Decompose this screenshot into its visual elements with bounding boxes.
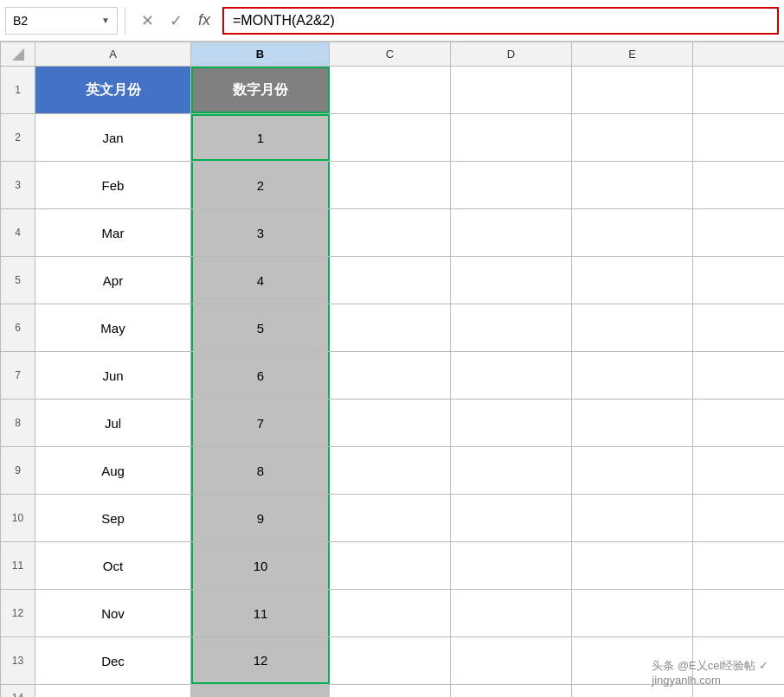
cell-a2[interactable]: Jan xyxy=(35,114,191,161)
cell-e10[interactable] xyxy=(572,495,693,541)
cell-d14[interactable] xyxy=(451,685,572,697)
cell-d2[interactable] xyxy=(451,114,572,161)
table-row: 9 Aug 8 xyxy=(1,447,784,495)
cancel-icon[interactable]: ✕ xyxy=(141,11,154,30)
cell-b9[interactable]: 8 xyxy=(191,447,330,494)
table-row: 2 Jan 1 xyxy=(1,114,784,162)
cell-c7[interactable] xyxy=(330,352,451,399)
cell-e6[interactable] xyxy=(572,304,693,351)
table-row: 6 May 5 xyxy=(1,304,784,352)
cell-b1[interactable]: 数字月份 xyxy=(191,67,330,113)
row-number: 14 xyxy=(1,685,35,697)
cell-e7[interactable] xyxy=(572,352,693,399)
cell-c3[interactable] xyxy=(330,162,451,208)
table-row: 10 Sep 9 xyxy=(1,495,784,542)
cell-e2[interactable] xyxy=(572,114,693,161)
cell-c5[interactable] xyxy=(330,257,451,304)
cell-b12[interactable]: 11 xyxy=(191,590,330,636)
spreadsheet-grid: A B C D E 1 英文月份 数字月份 2 Jan 1 3 Feb xyxy=(1,42,784,697)
cell-c14[interactable] xyxy=(330,685,451,697)
cell-b13[interactable]: 12 xyxy=(191,637,330,684)
cell-d3[interactable] xyxy=(451,162,572,208)
cell-d12[interactable] xyxy=(451,590,572,636)
cell-b5[interactable]: 4 xyxy=(191,257,330,304)
cell-c4[interactable] xyxy=(330,209,451,256)
cell-b6[interactable]: 5 xyxy=(191,304,330,351)
cell-a12[interactable]: Nov xyxy=(35,590,191,636)
table-row: 14 xyxy=(1,685,784,697)
cell-a9[interactable]: Aug xyxy=(35,447,191,494)
table-row: 1 英文月份 数字月份 xyxy=(1,67,784,114)
cell-e14[interactable] xyxy=(572,685,693,697)
col-header-a[interactable]: A xyxy=(35,42,191,66)
cell-e8[interactable] xyxy=(572,400,693,446)
formula-input[interactable]: =MONTH(A2&2) xyxy=(222,7,779,35)
cell-d4[interactable] xyxy=(451,209,572,256)
select-all-icon[interactable] xyxy=(12,48,24,61)
column-headers: A B C D E xyxy=(1,42,784,67)
cell-e9[interactable] xyxy=(572,447,693,494)
cell-c1[interactable] xyxy=(330,67,451,113)
cell-d6[interactable] xyxy=(451,304,572,351)
cell-a6[interactable]: May xyxy=(35,304,191,351)
cell-e5[interactable] xyxy=(572,257,693,304)
cell-c12[interactable] xyxy=(330,590,451,636)
formula-bar: B2 ▼ ✕ ✓ fx =MONTH(A2&2) xyxy=(0,0,784,42)
col-header-e[interactable]: E xyxy=(572,42,693,66)
cell-e4[interactable] xyxy=(572,209,693,256)
cell-d5[interactable] xyxy=(451,257,572,304)
cell-b3[interactable]: 2 xyxy=(191,162,330,208)
cell-c8[interactable] xyxy=(330,400,451,446)
col-header-d[interactable]: D xyxy=(451,42,572,66)
cell-reference-text: B2 xyxy=(13,14,96,28)
spreadsheet: A B C D E 1 英文月份 数字月份 2 Jan 1 3 Feb xyxy=(0,42,784,697)
formula-bar-separator xyxy=(125,7,125,35)
cell-d11[interactable] xyxy=(451,542,572,589)
cell-c9[interactable] xyxy=(330,447,451,494)
row-number: 12 xyxy=(1,590,35,636)
cell-reference-box[interactable]: B2 ▼ xyxy=(5,7,118,35)
cell-c6[interactable] xyxy=(330,304,451,351)
cell-b14[interactable] xyxy=(191,685,330,697)
cell-e1[interactable] xyxy=(572,67,693,113)
cell-b4[interactable]: 3 xyxy=(191,209,330,256)
cell-e11[interactable] xyxy=(572,542,693,589)
cell-d8[interactable] xyxy=(451,400,572,446)
cell-c11[interactable] xyxy=(330,542,451,589)
cell-c2[interactable] xyxy=(330,114,451,161)
row-number: 3 xyxy=(1,162,35,208)
cell-e12[interactable] xyxy=(572,590,693,636)
confirm-icon[interactable]: ✓ xyxy=(170,11,183,30)
cell-a1[interactable]: 英文月份 xyxy=(35,67,191,113)
cell-a7[interactable]: Jun xyxy=(35,352,191,399)
cell-b2[interactable]: 1 xyxy=(191,114,330,161)
col-header-b[interactable]: B xyxy=(191,42,330,66)
table-row: 5 Apr 4 xyxy=(1,257,784,304)
col-header-c[interactable]: C xyxy=(330,42,451,66)
row-number: 8 xyxy=(1,400,35,446)
fx-icon[interactable]: fx xyxy=(198,11,210,29)
cell-e3[interactable] xyxy=(572,162,693,208)
cell-a3[interactable]: Feb xyxy=(35,162,191,208)
cell-c13[interactable] xyxy=(330,637,451,684)
cell-d1[interactable] xyxy=(451,67,572,113)
cell-a10[interactable]: Sep xyxy=(35,495,191,541)
cell-a8[interactable]: Jul xyxy=(35,400,191,446)
cell-b7[interactable]: 6 xyxy=(191,352,330,399)
cell-a13[interactable]: Dec xyxy=(35,637,191,684)
cell-d9[interactable] xyxy=(451,447,572,494)
cell-a4[interactable]: Mar xyxy=(35,209,191,256)
cell-d7[interactable] xyxy=(451,352,572,399)
watermark: 头条 @E乂cel经验帖 ✓jingyanlh.com xyxy=(652,658,768,687)
cell-a14[interactable] xyxy=(35,685,191,697)
cell-a5[interactable]: Apr xyxy=(35,257,191,304)
cell-b11[interactable]: 10 xyxy=(191,542,330,589)
cell-b8[interactable]: 7 xyxy=(191,400,330,446)
cell-b10[interactable]: 9 xyxy=(191,495,330,541)
cell-ref-dropdown-icon[interactable]: ▼ xyxy=(101,16,110,25)
row-number: 9 xyxy=(1,447,35,494)
cell-d10[interactable] xyxy=(451,495,572,541)
cell-c10[interactable] xyxy=(330,495,451,541)
cell-a11[interactable]: Oct xyxy=(35,542,191,589)
cell-d13[interactable] xyxy=(451,637,572,684)
